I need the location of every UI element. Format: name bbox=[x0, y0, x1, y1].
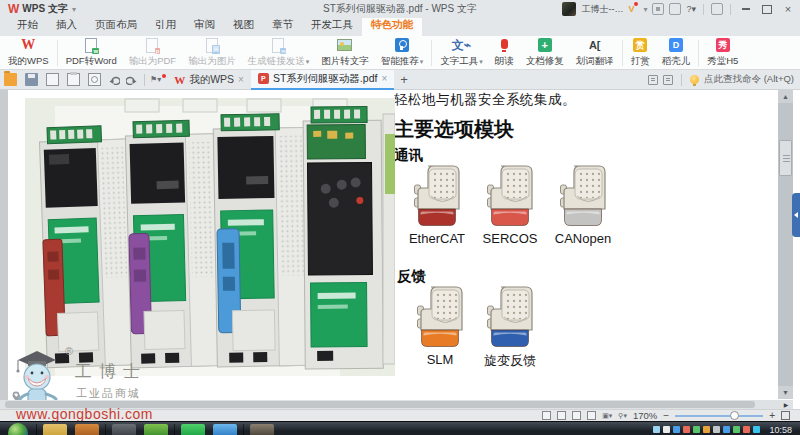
divider bbox=[681, 74, 682, 86]
windows-taskbar: 10:58 bbox=[0, 421, 800, 435]
tab-page-layout[interactable]: 页面布局 bbox=[86, 15, 146, 36]
task-pane-pull-tab[interactable] bbox=[792, 193, 800, 237]
tray-icon[interactable] bbox=[743, 426, 750, 433]
zoom-out-button[interactable]: − bbox=[663, 410, 669, 421]
tray-icon[interactable] bbox=[753, 426, 760, 433]
vertical-scrollbar[interactable]: ▲ ▼ bbox=[778, 90, 793, 399]
export-icon[interactable] bbox=[46, 73, 59, 86]
side-panel-icon[interactable] bbox=[648, 75, 658, 85]
document-page[interactable]: 轻松地与机器安全系统集成。 主要选项模块 通讯 bbox=[8, 90, 778, 400]
ribbon-pdf-to-word-button[interactable]: w PDF转Word bbox=[60, 36, 123, 70]
taskbar-explorer-icon[interactable] bbox=[43, 424, 67, 435]
doc-tab-pdf-file[interactable]: P ST系列伺服驱动器.pdf × bbox=[251, 70, 394, 90]
account-dropdown-icon[interactable]: ▾ bbox=[643, 5, 647, 14]
user-avatar[interactable] bbox=[562, 2, 576, 16]
ribbon-my-wps-button[interactable]: W 我的WPS bbox=[2, 36, 55, 70]
ribbon-read-aloud-button[interactable]: 朗读 bbox=[489, 36, 520, 70]
skin-icon[interactable] bbox=[669, 3, 681, 15]
print-icon[interactable] bbox=[67, 73, 80, 86]
close-tab-icon[interactable]: × bbox=[381, 73, 387, 84]
zoom-slider-thumb[interactable] bbox=[730, 411, 739, 420]
ribbon-show-h5-button[interactable]: 秀 秀堂H5 bbox=[701, 36, 744, 70]
tab-home[interactable]: 开始 bbox=[8, 15, 47, 36]
comm-section-heading: 通讯 bbox=[394, 146, 423, 165]
feedback-icon[interactable] bbox=[652, 3, 664, 15]
tray-icon[interactable] bbox=[703, 426, 710, 433]
tray-icon[interactable] bbox=[653, 426, 660, 433]
account-name[interactable]: 工博士--… bbox=[581, 3, 623, 16]
undo-icon[interactable] bbox=[108, 73, 120, 87]
collapse-ribbon-icon[interactable] bbox=[711, 3, 723, 15]
vertical-scroll-thumb[interactable] bbox=[779, 140, 792, 176]
new-tab-button[interactable]: + bbox=[394, 72, 414, 87]
tray-icon[interactable] bbox=[713, 426, 720, 433]
wps-w-icon: W bbox=[21, 37, 35, 53]
ribbon-doc-repair-button[interactable]: + 文档修复 bbox=[520, 36, 570, 70]
close-tab-icon[interactable]: × bbox=[238, 74, 244, 85]
tray-icon[interactable] bbox=[733, 426, 740, 433]
taskbar-app-blue-icon[interactable] bbox=[213, 424, 237, 435]
tray-icon[interactable] bbox=[673, 426, 680, 433]
tab-section[interactable]: 章节 bbox=[263, 15, 302, 36]
view-mode-page-icon[interactable] bbox=[542, 411, 551, 420]
scroll-right-icon[interactable]: ▶ bbox=[779, 400, 793, 409]
view-mode-outline-icon[interactable] bbox=[572, 411, 581, 420]
registered-mark: ® bbox=[65, 345, 73, 357]
taskbar-app-gray-icon[interactable] bbox=[112, 424, 136, 435]
start-button[interactable] bbox=[8, 423, 28, 435]
redo-icon[interactable] bbox=[126, 73, 138, 87]
smart-recommend-icon bbox=[395, 37, 409, 53]
taskbar-photo-icon[interactable] bbox=[250, 424, 274, 435]
zoom-in-button[interactable]: + bbox=[769, 410, 775, 421]
view-mode-fullscreen-icon[interactable] bbox=[557, 411, 566, 420]
tray-icon[interactable] bbox=[683, 426, 690, 433]
fit-page-icon[interactable] bbox=[781, 411, 790, 420]
ribbon-export-pdf-button[interactable]: p 输出为PDF bbox=[123, 36, 183, 70]
taskbar-wechat-icon[interactable] bbox=[181, 424, 205, 435]
scroll-up-icon[interactable]: ▲ bbox=[778, 90, 793, 103]
tray-icon[interactable] bbox=[723, 426, 730, 433]
help-icon[interactable]: ?▾ bbox=[686, 4, 696, 14]
watermark-sub-brand: 工业品商城 bbox=[76, 386, 141, 400]
print-preview-icon[interactable] bbox=[88, 73, 101, 86]
vip-badge[interactable]: V bbox=[628, 4, 634, 14]
doc-tab-my-wps[interactable]: W 我的WPS × bbox=[167, 70, 251, 90]
zoom-level[interactable]: 170% bbox=[633, 410, 657, 421]
page-layout-dropdown-icon[interactable]: ▣▾ bbox=[602, 412, 612, 420]
save-icon[interactable] bbox=[25, 73, 38, 86]
tray-icon[interactable] bbox=[693, 426, 700, 433]
module-label: SERCOS bbox=[483, 231, 538, 246]
ribbon-smart-recommend-button[interactable]: 智能推荐▾ bbox=[375, 36, 430, 70]
minimize-button[interactable] bbox=[738, 3, 754, 16]
zoom-slider[interactable] bbox=[675, 415, 763, 417]
app-menu-dropdown-icon[interactable]: ▾ bbox=[72, 5, 76, 14]
tab-references[interactable]: 引用 bbox=[146, 15, 185, 36]
ribbon-text-tools-button[interactable]: 文⌁ 文字工具▾ bbox=[434, 36, 489, 70]
tab-insert[interactable]: 插入 bbox=[47, 15, 86, 36]
taskbar-clock[interactable]: 10:58 bbox=[769, 425, 792, 435]
taskbar-app-orange-icon[interactable] bbox=[75, 424, 99, 435]
ribbon-export-image-button[interactable]: 回 输出为图片 bbox=[182, 36, 242, 70]
open-file-icon[interactable] bbox=[4, 73, 17, 86]
close-button[interactable]: × bbox=[780, 3, 796, 16]
ribbon-docer-button[interactable]: D 稻壳儿 bbox=[656, 36, 697, 70]
tab-special-features[interactable]: 特色功能 bbox=[362, 15, 422, 36]
customize-toolbar-icon[interactable]: ⚑▾ bbox=[148, 75, 167, 84]
highlight-dropdown-icon[interactable]: ⚲▾ bbox=[618, 412, 627, 420]
ribbon-image-to-text-button[interactable]: 图片转文字 bbox=[315, 36, 375, 70]
gongboshi-mascot-logo bbox=[8, 346, 68, 400]
view-mode-web-icon[interactable] bbox=[587, 411, 596, 420]
maximize-button[interactable] bbox=[759, 3, 775, 16]
tab-review[interactable]: 审阅 bbox=[185, 15, 224, 36]
find-command-hint[interactable]: 点此查找命令 (Alt+Q) bbox=[704, 73, 794, 86]
tab-developer[interactable]: 开发工具 bbox=[302, 15, 362, 36]
tray-icon[interactable] bbox=[663, 426, 670, 433]
wps-w-icon: W bbox=[174, 74, 185, 86]
ribbon-share-link-button[interactable]: ∞ 生成链接发送▾ bbox=[242, 36, 316, 70]
notes-icon[interactable] bbox=[663, 75, 673, 85]
scroll-down-icon[interactable]: ▼ bbox=[778, 386, 793, 399]
tab-view[interactable]: 视图 bbox=[224, 15, 263, 36]
ribbon-word-translate-button[interactable]: A[ 划词翻译 bbox=[570, 36, 620, 70]
taskbar-app-green-icon[interactable] bbox=[144, 424, 168, 435]
ribbon-reward-button[interactable]: 赏 打赏 bbox=[625, 36, 656, 70]
